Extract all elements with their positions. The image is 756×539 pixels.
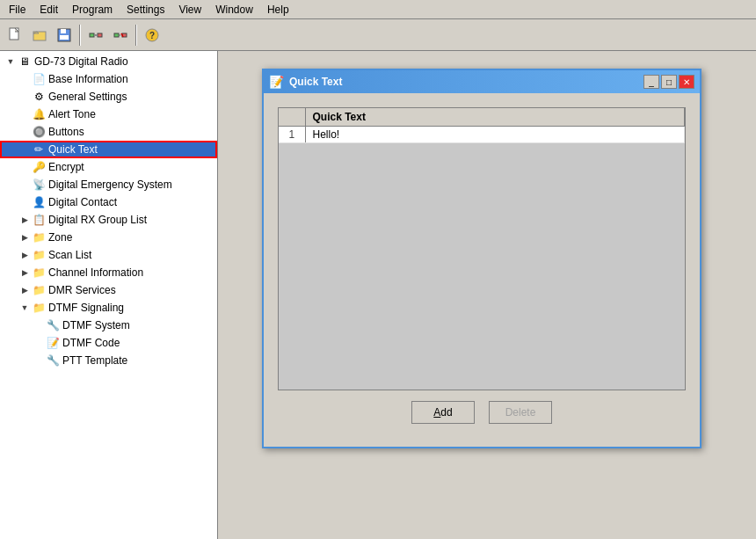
channel-info-expand: ▶ [18,266,32,280]
dmr-services-expand: ▶ [18,283,32,297]
quick-text-icon: ✏ [32,142,46,157]
dtmf-signaling-expand: ▼ [18,301,32,315]
quicktext-table: Quick Text 1 Hello! [279,108,685,143]
dtmf-system-label: DTMF System [62,319,130,331]
scan-list-label: Scan List [48,249,91,261]
digital-contact-icon: 👤 [32,195,46,209]
add-button-label: Add [433,406,452,419]
svg-text:?: ? [149,31,155,40]
digital-contact-expand [18,195,32,209]
quicktext-minimize-button[interactable]: _ [643,75,659,89]
save-button[interactable] [53,24,76,47]
quicktext-title-left: 📝 Quick Text [269,75,342,89]
digital-emergency-expand [18,178,32,192]
dmr-services-label: DMR Services [48,284,116,296]
quicktext-table-container: Quick Text 1 Hello! [278,107,686,390]
menu-program[interactable]: Program [65,2,120,18]
toolbar: ? [0,19,756,51]
sidebar-item-digital-emergency[interactable]: 📡 Digital Emergency System [0,176,217,193]
encrypt-label: Encrypt [48,161,84,173]
table-row[interactable]: 1 Hello! [279,127,685,143]
quicktext-close-button[interactable]: ✕ [679,75,694,89]
dtmf-system-expand [32,318,46,332]
sidebar-item-buttons[interactable]: 🔘 Buttons [0,123,217,141]
menu-bar: File Edit Program Settings View Window H… [0,0,756,19]
alert-tone-icon: 🔔 [32,107,46,121]
new-button[interactable] [4,24,26,47]
zone-expand: ▶ [18,230,32,244]
ptt-template-label: PTT Template [62,354,127,367]
quicktext-maximize-button[interactable]: □ [661,75,677,89]
sidebar-item-ptt-template[interactable]: 🔧 PTT Template [0,352,217,369]
connect-button[interactable] [84,24,107,47]
root-label: GD-73 Digital Radio [34,55,128,68]
digital-contact-label: Digital Contact [48,196,117,208]
encrypt-expand [18,160,32,174]
sidebar-item-scan-list[interactable]: ▶ 📁 Scan List [0,246,217,264]
quicktext-title-icon: 📝 [269,75,284,89]
sidebar-item-general-settings[interactable]: ⚙ General Settings [0,88,217,106]
dtmf-code-icon: 📝 [46,336,60,350]
quicktext-body: Quick Text 1 Hello! [264,93,700,447]
digital-rx-group-label: Digital RX Group List [48,214,147,226]
menu-help[interactable]: Help [260,2,296,18]
zone-icon: 📁 [32,230,46,244]
quicktext-footer: Add Delete [278,390,686,433]
content-area: 📝 Quick Text _ □ ✕ Quick Text [218,51,756,539]
menu-view[interactable]: View [171,2,208,18]
sidebar-item-encrypt[interactable]: 🔑 Encrypt [0,158,217,176]
base-info-expand [18,72,32,86]
sidebar-item-digital-contact[interactable]: 👤 Digital Contact [0,193,217,211]
quick-text-expand [18,142,32,157]
delete-button-label: Delete [505,406,536,419]
general-settings-icon: ⚙ [32,90,46,104]
disconnect-button[interactable] [109,24,132,47]
toolbar-separator-1 [79,25,81,46]
sidebar-item-dtmf-code[interactable]: 📝 DTMF Code [0,334,217,352]
general-settings-expand [18,90,32,104]
quicktext-col-num-header [279,108,305,127]
row-text[interactable]: Hello! [305,127,685,143]
help-button[interactable]: ? [141,24,164,47]
encrypt-icon: 🔑 [32,160,46,174]
scan-list-icon: 📁 [32,248,46,262]
buttons-icon: 🔘 [32,125,46,139]
quicktext-table-header-row: Quick Text [279,108,685,127]
add-button[interactable]: Add [411,401,475,424]
dtmf-code-expand [32,336,46,350]
digital-rx-group-icon: 📋 [32,213,46,227]
row-number: 1 [279,127,305,143]
menu-window[interactable]: Window [208,2,260,18]
sidebar-item-channel-info[interactable]: ▶ 📁 Channel Information [0,264,217,281]
quicktext-title-controls: _ □ ✕ [643,75,694,89]
main-container: ▼ 🖥 GD-73 Digital Radio 📄 Base Informati… [0,51,756,539]
sidebar-item-dtmf-system[interactable]: 🔧 DTMF System [0,317,217,334]
sidebar-item-base-info[interactable]: 📄 Base Information [0,70,217,88]
dtmf-system-icon: 🔧 [46,318,60,332]
menu-edit[interactable]: Edit [33,2,65,18]
svg-rect-7 [98,33,102,37]
quicktext-window: 📝 Quick Text _ □ ✕ Quick Text [262,69,701,448]
sidebar-root[interactable]: ▼ 🖥 GD-73 Digital Radio [0,53,217,70]
sidebar-item-alert-tone[interactable]: 🔔 Alert Tone [0,106,217,123]
buttons-label: Buttons [48,126,84,138]
quicktext-titlebar: 📝 Quick Text _ □ ✕ [264,70,700,93]
alert-tone-expand [18,107,32,121]
sidebar-item-digital-rx-group[interactable]: ▶ 📋 Digital RX Group List [0,211,217,229]
sidebar-item-zone[interactable]: ▶ 📁 Zone [0,229,217,246]
sidebar-item-dtmf-signaling[interactable]: ▼ 📁 DTMF Signaling [0,299,217,317]
alert-tone-label: Alert Tone [48,108,96,120]
digital-emergency-icon: 📡 [32,178,46,192]
menu-settings[interactable]: Settings [120,2,171,18]
svg-rect-4 [61,29,66,33]
sidebar-item-quick-text[interactable]: ✏ Quick Text [0,141,217,158]
menu-file[interactable]: File [2,2,33,18]
digital-emergency-label: Digital Emergency System [48,178,172,191]
toolbar-separator-2 [135,25,137,46]
open-button[interactable] [28,24,51,47]
channel-info-label: Channel Information [48,266,143,279]
scan-list-expand: ▶ [18,248,32,262]
quick-text-label: Quick Text [48,143,98,156]
sidebar-item-dmr-services[interactable]: ▶ 📁 DMR Services [0,281,217,299]
delete-button[interactable]: Delete [489,401,552,424]
